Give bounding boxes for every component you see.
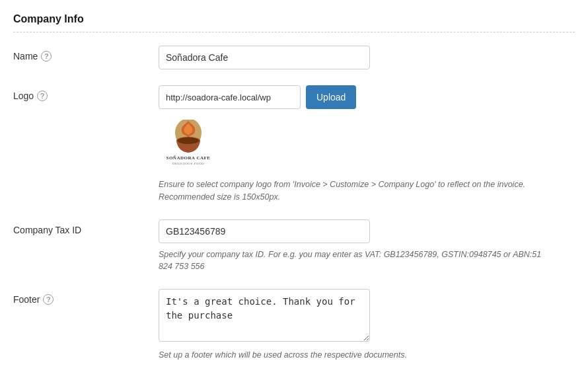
svg-text:DELICIOUS FOOD: DELICIOUS FOOD [172,162,204,165]
upload-button[interactable]: Upload [306,85,356,109]
svg-text:SOÑADORA CAFE: SOÑADORA CAFE [166,155,211,161]
page-container: Company Info Name ? Logo ? Upload [0,0,588,388]
logo-row: Logo ? Upload [13,85,575,204]
footer-help-text: Set up a footer which will be used acros… [159,349,542,362]
logo-url-input[interactable] [159,85,301,109]
logo-label: Logo ? [13,85,159,101]
name-input-wrap [159,46,542,69]
tax-id-row: Company Tax ID Specify your company tax … [13,219,575,274]
logo-preview: SOÑADORA CAFE DELICIOUS FOOD [159,120,542,168]
logo-input-wrap: Upload [159,85,542,204]
logo-help-icon[interactable]: ? [37,91,48,101]
section-title: Company Info [13,13,575,25]
logo-input-row: Upload [159,85,542,109]
logo-image: SOÑADORA CAFE DELICIOUS FOOD [159,120,218,168]
footer-textarea[interactable]: It's a great choice. Thank you for the p… [159,289,370,342]
name-label: Name ? [13,46,159,61]
footer-row: Footer ? It's a great choice. Thank you … [13,289,575,362]
name-input[interactable] [159,46,370,69]
footer-help-icon[interactable]: ? [43,294,54,305]
footer-input-wrap: It's a great choice. Thank you for the p… [159,289,542,362]
tax-id-input-wrap: Specify your company tax ID. For e.g. yo… [159,219,542,274]
name-help-icon[interactable]: ? [41,51,52,61]
footer-label: Footer ? [13,289,159,305]
tax-id-input[interactable] [159,219,370,243]
tax-id-label: Company Tax ID [13,219,159,235]
svg-point-2 [178,137,199,144]
tax-id-help-text: Specify your company tax ID. For e.g. yo… [159,249,542,274]
name-row: Name ? [13,46,575,69]
section-divider [13,32,575,32]
logo-help-text: Ensure to select company logo from 'Invo… [159,178,542,204]
